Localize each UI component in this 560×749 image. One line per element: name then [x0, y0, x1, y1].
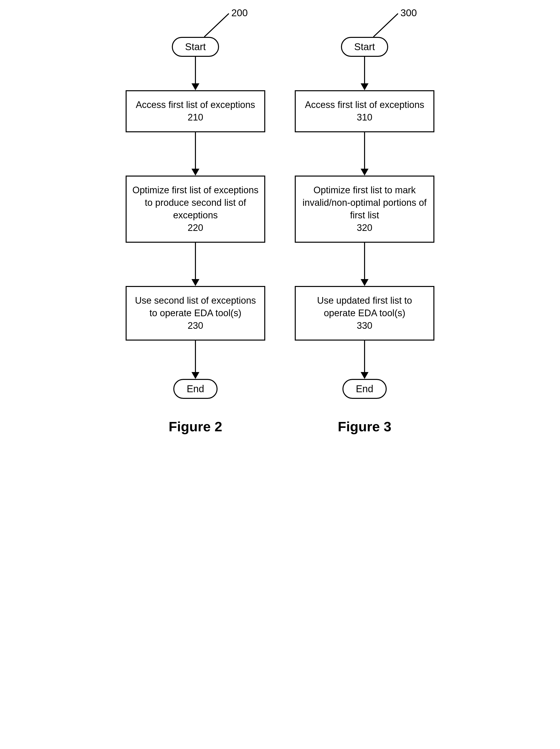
process-number: 220: [188, 222, 203, 233]
start-terminator: Start: [341, 37, 388, 57]
end-label: End: [356, 383, 373, 394]
start-label: Start: [354, 41, 375, 52]
flowchart-200: 200 Start Access first list of exception…: [126, 10, 265, 434]
arrow: [361, 132, 368, 176]
arrow: [361, 243, 368, 286]
figure-title: Figure 2: [169, 419, 222, 434]
start-label: Start: [185, 41, 206, 52]
arrow: [192, 132, 199, 176]
process-box-320: Optimize first list to mark invalid/non-…: [295, 176, 434, 243]
process-box-230: Use second list of exceptions to operate…: [126, 286, 265, 341]
arrow: [361, 341, 368, 379]
end-terminator: End: [342, 379, 386, 399]
start-terminator: Start: [172, 37, 219, 57]
process-text: Optimize first list of exceptions to pro…: [132, 185, 258, 220]
process-number: 230: [188, 320, 203, 331]
arrow: [192, 57, 199, 90]
process-text: Use second list of exceptions to operate…: [135, 295, 256, 318]
process-box-310: Access first list of exceptions 310: [295, 90, 434, 132]
process-number: 320: [357, 222, 372, 233]
process-box-330: Use updated first list to operate EDA to…: [295, 286, 434, 341]
process-text: Optimize first list to mark invalid/non-…: [303, 185, 427, 220]
arrow: [192, 341, 199, 379]
arrow: [361, 57, 368, 90]
process-number: 330: [357, 320, 372, 331]
svg-line-0: [204, 14, 229, 37]
svg-line-1: [373, 14, 398, 37]
process-text: Access first list of exceptions: [305, 100, 424, 110]
process-box-220: Optimize first list of exceptions to pro…: [126, 176, 265, 243]
diagram-container: 200 Start Access first list of exception…: [10, 10, 550, 434]
arrow: [192, 243, 199, 286]
flowchart-ref-number: 300: [401, 7, 417, 18]
figure-title: Figure 3: [338, 419, 391, 434]
end-terminator: End: [173, 379, 217, 399]
process-number: 310: [357, 112, 372, 123]
process-box-210: Access first list of exceptions 210: [126, 90, 265, 132]
process-text: Access first list of exceptions: [136, 100, 255, 110]
flowchart-ref-number: 200: [231, 7, 248, 18]
process-number: 210: [188, 112, 203, 123]
process-text: Use updated first list to operate EDA to…: [317, 295, 412, 318]
end-label: End: [187, 383, 204, 394]
flowchart-300: 300 Start Access first list of exception…: [295, 10, 434, 434]
